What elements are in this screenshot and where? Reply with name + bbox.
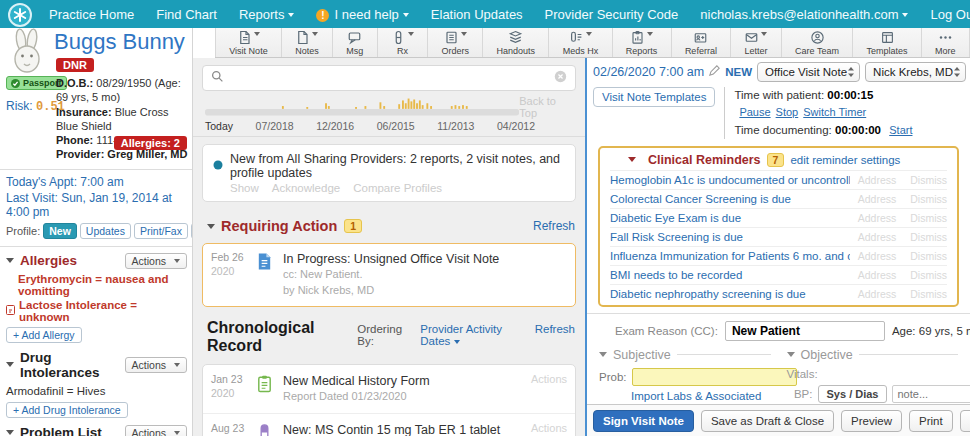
nav-reports[interactable]: Reports: [239, 7, 295, 22]
bp-note-input[interactable]: [892, 385, 970, 403]
timeline-label[interactable]: 11/2013: [437, 120, 474, 132]
profile-print-fax-button[interactable]: Print/Fax: [134, 223, 188, 239]
reminder-text[interactable]: Influenza Immunization for Patients 6 mo…: [610, 250, 850, 262]
address-link[interactable]: Address: [858, 193, 897, 205]
toolbar-reports-button[interactable]: Reports: [612, 28, 671, 57]
record-entry[interactable]: Aug 232017 New: MS Contin 15 mg Tab ER 1…: [203, 414, 575, 436]
toolbar-referral-button[interactable]: Referral: [671, 28, 731, 57]
dismiss-link[interactable]: Dismiss: [910, 269, 947, 281]
problem-entry-input[interactable]: [632, 368, 797, 386]
allergy-item[interactable]: Erythromycin = nausea and vomitting: [0, 272, 192, 298]
entry-actions-link[interactable]: Actions: [525, 422, 567, 436]
start-timer-link[interactable]: Start: [889, 124, 912, 136]
edit-reminder-settings-link[interactable]: edit reminder settings: [790, 154, 900, 166]
requiring-action-card[interactable]: Feb 262020 In Progress: Unsigned Office …: [202, 243, 576, 307]
address-link[interactable]: Address: [858, 288, 897, 300]
print-button[interactable]: Print: [909, 410, 953, 432]
dismiss-link[interactable]: Dismiss: [910, 250, 947, 262]
visit-note-templates-button[interactable]: Visit Note Templates: [593, 87, 715, 107]
toolbar-msg-button[interactable]: Msg: [332, 28, 377, 57]
exam-reason-input[interactable]: [725, 321, 885, 341]
note-provider-select[interactable]: Nick Krebs, MD: [865, 62, 966, 82]
problem-list-actions-button[interactable]: Actions: [125, 425, 187, 436]
dismiss-link[interactable]: Dismiss: [910, 193, 947, 205]
toolbar-orders-button[interactable]: Orders: [427, 28, 482, 57]
nav-practice-home[interactable]: Practice Home: [49, 7, 134, 22]
todays-appt-link[interactable]: Today's Appt: 7:00 am: [0, 173, 192, 189]
timeline[interactable]: Back to Top: [205, 95, 573, 119]
nav-elation-updates[interactable]: Elation Updates: [431, 7, 523, 22]
toolbar-handouts-button[interactable]: Handouts: [482, 28, 548, 57]
reminder-text[interactable]: Diabetic nephropathy screening is due: [610, 288, 850, 300]
switch-timer-link[interactable]: Switch Timer: [803, 106, 866, 118]
discard-button[interactable]: Discard: [960, 410, 970, 432]
edit-pencil-icon[interactable]: [709, 65, 720, 79]
reminder-text[interactable]: Colorectal Cancer Screening is due: [610, 193, 850, 205]
nav-provider-security-code[interactable]: Provider Security Code: [545, 7, 679, 22]
reminder-text[interactable]: BMI needs to be recorded: [610, 269, 850, 281]
last-visit-link[interactable]: Last Visit: Sun, Jan 19, 2014 at 4:00 pm: [0, 189, 192, 219]
address-link[interactable]: Address: [858, 212, 897, 224]
record-entry[interactable]: Jan 232020 New Medical History Form Repo…: [203, 365, 575, 414]
dismiss-link[interactable]: Dismiss: [910, 212, 947, 224]
toolbar-visit-note-button[interactable]: Visit Note: [215, 28, 281, 57]
toolbar-more-button[interactable]: More: [921, 28, 970, 57]
timeline-label[interactable]: 06/2015: [377, 120, 415, 132]
drug-intolerances-section-header[interactable]: Drug Intolerances Actions: [0, 347, 192, 383]
bp-sys-dias-button[interactable]: Sys / Dias: [818, 385, 888, 403]
nav-find-chart[interactable]: Find Chart: [156, 7, 217, 22]
toolbar-meds-hx-button[interactable]: Meds Hx: [548, 28, 611, 57]
nav-user-menu[interactable]: nicholas.krebs@elationhealth.com: [700, 7, 908, 22]
allergy-item[interactable]: Lactose Intolerance = unknown: [0, 298, 192, 324]
toolbar-notes-button[interactable]: Notes: [281, 28, 332, 57]
reminder-text[interactable]: Diabetic Eye Exam is due: [610, 212, 850, 224]
sign-visit-note-button[interactable]: Sign Visit Note: [593, 410, 694, 432]
profile-new-button[interactable]: New: [43, 223, 77, 239]
timeline-label[interactable]: 04/2012: [497, 120, 535, 132]
ordering-by-select[interactable]: Provider Activity Dates: [420, 323, 526, 347]
visit-type-select[interactable]: Office Visit Note: [757, 62, 860, 82]
allergies-actions-button[interactable]: Actions: [125, 253, 187, 269]
pause-timer-link[interactable]: Pause: [739, 106, 770, 118]
elation-logo-icon[interactable]: [8, 3, 32, 27]
note-date-link[interactable]: 02/26/2020 7:00 am: [593, 65, 704, 79]
back-to-top-link[interactable]: Back to Top: [519, 95, 573, 119]
dismiss-link[interactable]: Dismiss: [910, 288, 947, 300]
drug-intolerances-actions-button[interactable]: Actions: [125, 357, 187, 373]
collapse-triangle-icon[interactable]: [628, 157, 636, 162]
timeline-label[interactable]: 07/2018: [256, 120, 294, 132]
add-allergy-button[interactable]: + Add Allergy: [6, 327, 82, 343]
stop-timer-link[interactable]: Stop: [776, 106, 799, 118]
add-drug-intolerance-button[interactable]: + Add Drug Intolerance: [6, 402, 128, 418]
acknowledge-link[interactable]: Acknowledge: [272, 182, 340, 194]
save-draft-close-button[interactable]: Save as Draft & Close: [701, 410, 834, 432]
collapse-triangle-icon[interactable]: [207, 224, 215, 229]
preview-button[interactable]: Preview: [841, 410, 902, 432]
show-link[interactable]: Show: [230, 182, 259, 194]
address-link[interactable]: Address: [858, 250, 897, 262]
problem-list-section-header[interactable]: Problem List Actions: [0, 422, 192, 436]
toolbar-templates-button[interactable]: Templates: [852, 28, 921, 57]
toolbar-rx-button[interactable]: Rx: [377, 28, 428, 57]
refresh-link[interactable]: Refresh: [533, 219, 575, 233]
address-link[interactable]: Address: [858, 231, 897, 243]
subjective-header[interactable]: Subjective: [599, 348, 771, 364]
clear-search-icon[interactable]: [554, 70, 567, 86]
timeline-label[interactable]: 12/2016: [316, 120, 354, 132]
toolbar-care-team-button[interactable]: Care Team: [781, 28, 852, 57]
profile-collapse-button[interactable]: Collapse: [191, 223, 193, 239]
nav-help[interactable]: !I need help: [316, 7, 408, 22]
nav-log-out[interactable]: Log Out: [930, 7, 970, 22]
objective-header[interactable]: Objective: [787, 348, 959, 364]
profile-updates-button[interactable]: Updates: [80, 223, 131, 239]
compare-profiles-link[interactable]: Compare Profiles: [353, 182, 442, 194]
entry-actions-link[interactable]: Actions: [525, 373, 567, 405]
dismiss-link[interactable]: Dismiss: [910, 231, 947, 243]
timeline-label[interactable]: Today: [205, 120, 233, 132]
address-link[interactable]: Address: [858, 269, 897, 281]
allergies-count-badge[interactable]: Allergies: 2: [114, 136, 187, 150]
reminder-text[interactable]: Hemoglobin A1c is undocumented or uncont…: [610, 174, 850, 186]
dismiss-link[interactable]: Dismiss: [910, 174, 947, 186]
address-link[interactable]: Address: [858, 174, 897, 186]
refresh-link[interactable]: Refresh: [535, 323, 575, 335]
